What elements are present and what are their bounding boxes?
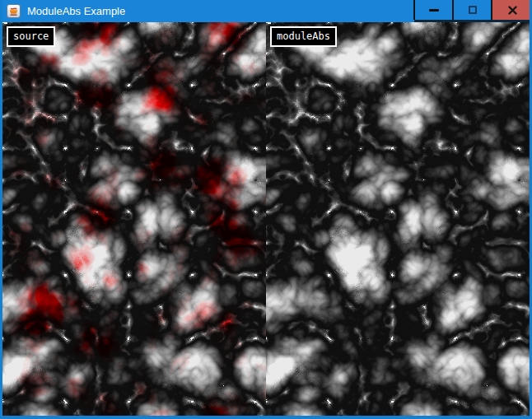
moduleabs-label: moduleAbs <box>270 26 337 47</box>
maximize-icon <box>469 6 477 14</box>
maximize-button[interactable] <box>454 0 491 20</box>
minimize-icon <box>429 9 439 12</box>
window-title: ModuleAbs Example <box>27 0 125 23</box>
moduleabs-noise-image <box>266 22 530 416</box>
minimize-button[interactable] <box>415 0 452 20</box>
panel-source: source <box>2 22 266 416</box>
panel-moduleabs: moduleAbs <box>266 22 530 416</box>
app-window: ModuleAbs Example <box>0 0 532 419</box>
titlebar[interactable]: ModuleAbs Example <box>0 0 532 22</box>
content-area: source <box>2 22 530 416</box>
source-noise-image <box>2 22 266 416</box>
window-controls <box>413 0 532 20</box>
close-button[interactable] <box>492 0 532 20</box>
close-icon <box>508 6 517 15</box>
java-coffee-cup-icon[interactable] <box>7 4 21 18</box>
source-label: source <box>7 26 55 47</box>
